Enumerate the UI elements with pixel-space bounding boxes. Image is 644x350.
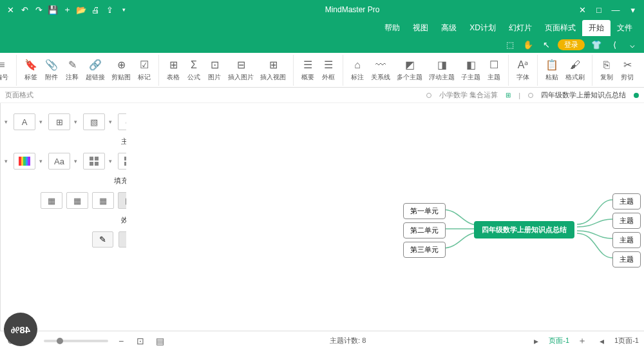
- maximize-icon[interactable]: □: [592, 3, 605, 16]
- view-outline-icon[interactable]: ▤: [153, 335, 166, 347]
- ribbon-copy[interactable]: ⎘复制: [596, 59, 617, 82]
- page-next-icon[interactable]: ▸: [529, 335, 542, 347]
- image-icon: ⊟: [234, 59, 247, 72]
- floattopic-icon: ◨: [435, 59, 448, 72]
- brush-icon: 🖌: [569, 59, 582, 72]
- ribbon-paste[interactable]: 📋粘贴: [542, 59, 562, 82]
- menu-tab-start[interactable]: 开始: [582, 20, 611, 36]
- ribbon-insertview[interactable]: ⊞插入视图: [257, 59, 289, 82]
- ribbon: ✂剪切⎘复制 🖌格式刷📋粘贴 Aᵃ字体 ☐主题 ◧子主题 ◨浮动主题 ◩多个主题…: [0, 53, 644, 88]
- status-page-label[interactable]: 页面-1: [549, 336, 569, 345]
- theme-shape[interactable]: [83, 153, 105, 170]
- ribbon-attachment[interactable]: 📎附件: [41, 59, 62, 82]
- status-count-label: 主题计数:: [330, 336, 360, 344]
- expand-up-icon[interactable]: ⌵: [626, 38, 639, 51]
- node-left-2[interactable]: 第二单元: [403, 222, 446, 238]
- open-icon[interactable]: 📂: [75, 3, 88, 16]
- ribbon-formula[interactable]: Σ公式: [184, 59, 204, 82]
- expand-left-icon[interactable]: ⟨: [608, 38, 621, 51]
- ribbon-mark[interactable]: ☑标记: [134, 59, 155, 82]
- tshirt-icon[interactable]: 👕: [590, 38, 603, 51]
- doc-tab-inactive[interactable]: 小学数学 集合运算: [439, 90, 498, 100]
- minimize-icon[interactable]: —: [609, 3, 622, 16]
- ribbon-tag[interactable]: 🔖标签: [21, 59, 41, 82]
- ribbon-subtopic[interactable]: ◧子主题: [458, 59, 484, 82]
- caret-down-icon[interactable]: ▾: [117, 3, 130, 16]
- table-icon: ⊞: [167, 59, 180, 72]
- node-right-2[interactable]: 主题: [612, 213, 641, 229]
- link-icon: 🔗: [89, 59, 102, 72]
- view-fit-icon[interactable]: ⊡: [134, 335, 147, 347]
- ribbon-formatbrush[interactable]: 🖌格式刷: [562, 59, 588, 82]
- app-menu-icon[interactable]: ▾: [626, 3, 639, 16]
- menu-tab-slides[interactable]: 幻灯片: [502, 20, 538, 36]
- export-icon[interactable]: ⇪: [103, 3, 116, 16]
- node-right-4[interactable]: 主题: [612, 251, 641, 267]
- status-count-value: 8: [362, 336, 366, 344]
- menu-tab-view[interactable]: 视图: [406, 20, 435, 36]
- ribbon-relation[interactable]: 〰关系线: [368, 59, 393, 82]
- connector-lines: [126, 103, 644, 331]
- summary-icon: ☰: [301, 59, 314, 72]
- canvas[interactable]: 第一单元 第二单元 第三单元 四年级数学上册知识点总结 主题 主题 主题 主题: [126, 103, 644, 331]
- ribbon-topic[interactable]: ☐主题: [484, 59, 504, 82]
- doc-tab-close-2[interactable]: [426, 93, 431, 98]
- ribbon-floattopic[interactable]: ◨浮动主题: [426, 59, 458, 82]
- undo-icon[interactable]: ↶: [18, 3, 31, 16]
- node-right-3[interactable]: 主题: [612, 232, 641, 248]
- menu-bar: 文件 开始 页面样式 幻灯片 XD计划 高级 视图 帮助: [0, 19, 644, 36]
- menu-tab-file[interactable]: 文件: [611, 20, 639, 36]
- tag-icon: 🔖: [24, 59, 37, 72]
- menu-tab-advanced[interactable]: 高级: [435, 20, 463, 36]
- app-title: MindMaster Pro: [134, 5, 571, 14]
- ribbon-font[interactable]: Aᵃ字体: [513, 59, 533, 82]
- fill-text[interactable]: A: [14, 113, 35, 130]
- node-central[interactable]: 四年级数学上册知识点总结: [474, 221, 574, 238]
- style-opt2[interactable]: ▦: [92, 192, 114, 209]
- ribbon-multitopic[interactable]: ◩多个主题: [393, 59, 426, 82]
- menu-tab-pagestyle[interactable]: 页面样式: [538, 20, 582, 36]
- ribbon-insertimage[interactable]: ⊟插入图片: [225, 59, 257, 82]
- selectbox-icon[interactable]: ⬚: [504, 38, 516, 51]
- doc-tab-active[interactable]: 四年级数学上册知识点总结: [541, 90, 626, 100]
- style-opt3[interactable]: ▦: [66, 192, 88, 209]
- ribbon-note[interactable]: ✎注释: [62, 59, 82, 82]
- zoom-minus-icon[interactable]: −: [115, 335, 128, 347]
- ribbon-hyperlink[interactable]: 🔗超链接: [82, 59, 108, 82]
- new-icon[interactable]: ＋: [61, 3, 73, 16]
- login-button[interactable]: 登录: [558, 39, 585, 50]
- fill-texture[interactable]: ▧: [83, 113, 105, 130]
- ribbon-callout[interactable]: ⌂标注: [347, 59, 368, 82]
- effect-btn2[interactable]: ✎: [92, 231, 113, 248]
- zoom-slider[interactable]: [44, 340, 108, 342]
- ribbon-cut[interactable]: ✂剪切: [617, 59, 638, 82]
- ribbon-table[interactable]: ⊞表格: [163, 59, 184, 82]
- print-icon[interactable]: 🖨: [89, 3, 102, 16]
- theme-font[interactable]: Aa: [48, 153, 70, 170]
- node-left-1[interactable]: 第一单元: [403, 203, 446, 219]
- page-add-icon[interactable]: ＋: [576, 335, 589, 347]
- subtopic-icon: ◧: [464, 59, 477, 72]
- menu-tab-help[interactable]: 帮助: [378, 20, 406, 36]
- ribbon-clipart[interactable]: ⊕剪贴图: [108, 59, 134, 82]
- redo-icon[interactable]: ↷: [32, 3, 45, 16]
- hand-icon[interactable]: ✋: [522, 38, 535, 51]
- zoom-badge[interactable]: 48%: [4, 313, 37, 346]
- save-icon[interactable]: 💾: [46, 3, 59, 16]
- node-left-3[interactable]: 第三单元: [403, 242, 446, 258]
- close-icon[interactable]: ✕: [576, 3, 589, 16]
- theme-color[interactable]: [14, 153, 35, 170]
- pointer-icon[interactable]: ↖: [540, 38, 553, 51]
- menu-tab-plan[interactable]: XD计划: [463, 20, 502, 36]
- doc-tab-close-1[interactable]: [528, 93, 533, 98]
- ribbon-summary[interactable]: ☰概要: [298, 59, 318, 82]
- page-prev-icon[interactable]: ◂: [595, 335, 608, 347]
- ribbon-picture[interactable]: ⊡图片: [204, 59, 225, 82]
- attach-icon: 📎: [45, 59, 58, 72]
- node-right-1[interactable]: 主题: [612, 193, 641, 209]
- style-opt4[interactable]: ▦: [41, 192, 62, 209]
- ribbon-numbering[interactable]: ≡编号: [0, 59, 12, 82]
- logo-icon: ✕: [4, 3, 17, 16]
- fill-image[interactable]: ⊞: [48, 113, 70, 130]
- ribbon-boundary[interactable]: ☰外框: [318, 59, 339, 82]
